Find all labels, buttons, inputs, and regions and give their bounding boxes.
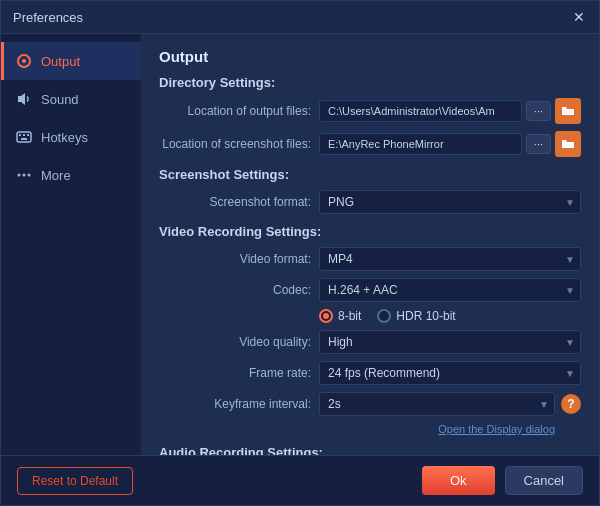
audio-heading: Audio Recording Settings: — [159, 445, 581, 455]
content-area: Output Sound — [1, 34, 599, 455]
svg-point-1 — [22, 59, 26, 63]
video-heading: Video Recording Settings: — [159, 224, 581, 239]
radio-8bit-dot — [319, 309, 333, 323]
page-title: Output — [159, 48, 581, 65]
screenshot-path-display: E:\AnyRec PhoneMirror — [319, 133, 522, 155]
radio-8bit-label: 8-bit — [338, 309, 361, 323]
sidebar: Output Sound — [1, 34, 141, 455]
keyframe-label: Keyframe interval: — [159, 397, 311, 411]
svg-rect-3 — [17, 132, 31, 142]
output-path-display: C:\Users\Administrator\Videos\Am — [319, 100, 522, 122]
video-format-label: Video format: — [159, 252, 311, 266]
frame-rate-wrap: 24 fps (Recommend) ▼ — [319, 361, 581, 385]
screenshot-format-select[interactable]: PNG — [319, 190, 581, 214]
video-format-row: Video format: MP4 ▼ — [159, 247, 581, 271]
svg-rect-7 — [21, 138, 27, 140]
preferences-window: Preferences ✕ Output — [0, 0, 600, 506]
frame-rate-select[interactable]: 24 fps (Recommend) — [319, 361, 581, 385]
frame-rate-row: Frame rate: 24 fps (Recommend) ▼ — [159, 361, 581, 385]
video-codec-row: Codec: H.264 + AAC ▼ — [159, 278, 581, 302]
screenshot-format-wrap: PNG ▼ — [319, 190, 581, 214]
display-dialog-link[interactable]: Open the Display dialog — [159, 423, 555, 435]
screenshot-path-control: E:\AnyRec PhoneMirror ··· — [319, 131, 581, 157]
sound-icon — [15, 90, 33, 108]
hotkeys-icon — [15, 128, 33, 146]
cancel-button[interactable]: Cancel — [505, 466, 583, 495]
output-path-row: Location of output files: C:\Users\Admin… — [159, 98, 581, 124]
svg-rect-4 — [19, 134, 21, 136]
svg-point-9 — [23, 174, 26, 177]
main-panel: Output Directory Settings: Location of o… — [141, 34, 599, 455]
title-bar: Preferences ✕ — [1, 1, 599, 34]
keyframe-select[interactable]: 2s — [319, 392, 555, 416]
video-codec-label: Codec: — [159, 283, 311, 297]
radio-10bit[interactable]: HDR 10-bit — [377, 309, 455, 323]
bit-depth-row: 8-bit HDR 10-bit — [159, 309, 581, 323]
sidebar-item-hotkeys[interactable]: Hotkeys — [1, 118, 141, 156]
close-button[interactable]: ✕ — [571, 9, 587, 25]
svg-rect-5 — [23, 134, 25, 136]
screenshot-folder-button[interactable] — [555, 131, 581, 157]
radio-10bit-dot — [377, 309, 391, 323]
radio-10bit-label: HDR 10-bit — [396, 309, 455, 323]
video-quality-label: Video quality: — [159, 335, 311, 349]
svg-point-8 — [18, 174, 21, 177]
output-folder-button[interactable] — [555, 98, 581, 124]
sidebar-hotkeys-label: Hotkeys — [41, 130, 88, 145]
video-format-select[interactable]: MP4 — [319, 247, 581, 271]
radio-8bit[interactable]: 8-bit — [319, 309, 361, 323]
reset-button[interactable]: Reset to Default — [17, 467, 133, 495]
footer-button-group: Ok Cancel — [422, 466, 583, 495]
output-icon — [15, 52, 33, 70]
output-path-label: Location of output files: — [159, 104, 311, 118]
svg-rect-6 — [27, 134, 29, 136]
sidebar-more-label: More — [41, 168, 71, 183]
svg-point-10 — [28, 174, 31, 177]
window-title: Preferences — [13, 10, 83, 25]
help-button[interactable]: ? — [561, 394, 581, 414]
sidebar-output-label: Output — [41, 54, 80, 69]
video-codec-select[interactable]: H.264 + AAC — [319, 278, 581, 302]
screenshot-dots-button[interactable]: ··· — [526, 134, 551, 154]
screenshot-path-label: Location of screenshot files: — [159, 137, 311, 151]
screenshot-path-row: Location of screenshot files: E:\AnyRec … — [159, 131, 581, 157]
screenshot-format-label: Screenshot format: — [159, 195, 311, 209]
directory-heading: Directory Settings: — [159, 75, 581, 90]
video-codec-wrap: H.264 + AAC ▼ — [319, 278, 581, 302]
output-dots-button[interactable]: ··· — [526, 101, 551, 121]
video-format-wrap: MP4 ▼ — [319, 247, 581, 271]
output-path-control: C:\Users\Administrator\Videos\Am ··· — [319, 98, 581, 124]
screenshot-heading: Screenshot Settings: — [159, 167, 581, 182]
screenshot-format-row: Screenshot format: PNG ▼ — [159, 190, 581, 214]
keyframe-control-wrap: 2s ▼ ? — [319, 392, 581, 416]
video-quality-select[interactable]: High — [319, 330, 581, 354]
sidebar-sound-label: Sound — [41, 92, 79, 107]
keyframe-select-wrap: 2s ▼ — [319, 392, 555, 416]
video-quality-row: Video quality: High ▼ — [159, 330, 581, 354]
sidebar-item-output[interactable]: Output — [1, 42, 141, 80]
footer: Reset to Default Ok Cancel — [1, 455, 599, 505]
frame-rate-label: Frame rate: — [159, 366, 311, 380]
sidebar-item-sound[interactable]: Sound — [1, 80, 141, 118]
svg-marker-2 — [18, 93, 25, 105]
keyframe-row: Keyframe interval: 2s ▼ ? — [159, 392, 581, 416]
more-icon — [15, 166, 33, 184]
sidebar-item-more[interactable]: More — [1, 156, 141, 194]
video-quality-wrap: High ▼ — [319, 330, 581, 354]
ok-button[interactable]: Ok — [422, 466, 495, 495]
